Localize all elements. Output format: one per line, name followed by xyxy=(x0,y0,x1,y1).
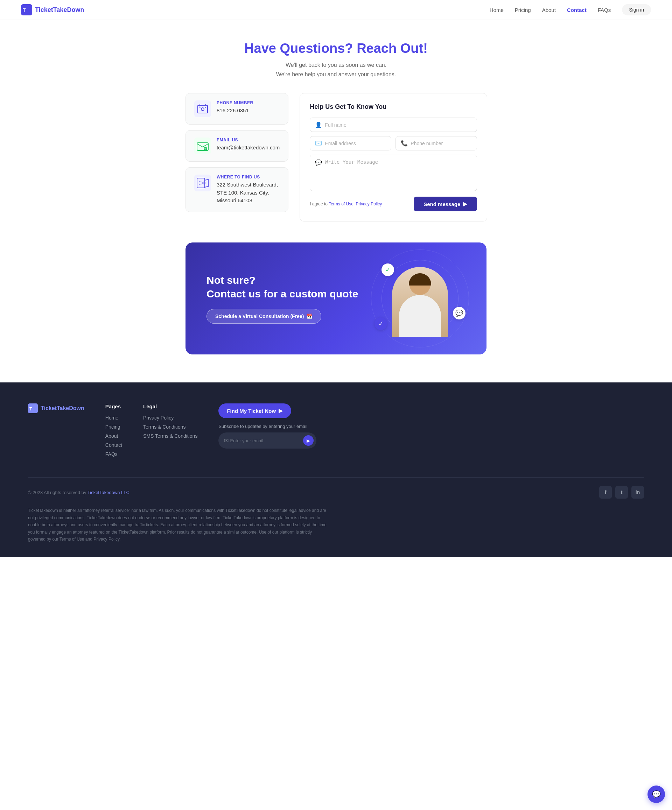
cta-banner: Not sure? Contact us for a custom quote … xyxy=(186,243,486,354)
phone-card-value: 816.226.0351 xyxy=(217,107,253,115)
email-subscribe-input[interactable] xyxy=(230,438,303,443)
cta-heading: Not sure? Contact us for a custom quote xyxy=(206,273,371,300)
footer-link-about[interactable]: About xyxy=(105,433,122,439)
footer-privacy-policy[interactable]: Privacy Policy xyxy=(143,415,198,420)
hero-heading: Have Questions? Reach Out! xyxy=(7,41,665,56)
contact-section: PHONE NUMBER 816.226.0351 EMAIL US team@… xyxy=(179,93,493,221)
send-button[interactable]: Send message ▶ xyxy=(414,197,477,211)
cta-wrapper: Not sure? Contact us for a custom quote … xyxy=(179,243,493,354)
full-name-row: 👤 xyxy=(310,118,477,132)
social-icons: f t in xyxy=(599,486,644,499)
copyright-text: © 2023 All rights reserved by TicketTake… xyxy=(28,490,130,495)
calendar-icon: 📅 xyxy=(307,314,312,319)
cta-button[interactable]: Schedule a Virtual Consultation (Free) 📅 xyxy=(206,309,321,324)
message-icon: 💬 xyxy=(315,159,322,166)
person-body xyxy=(399,295,441,337)
send-arrow-icon: ▶ xyxy=(463,201,467,207)
footer-pages-col: Pages Home Pricing About Contact FAQs xyxy=(105,403,122,461)
person-hair xyxy=(409,273,431,285)
email-subscribe-icon: ✉ xyxy=(224,437,228,444)
person-figure xyxy=(392,267,448,337)
email-card-icon xyxy=(194,138,211,154)
message-row: 💬 xyxy=(310,155,477,191)
footer-disclaimer: TicketTakedown is neither an "attorney r… xyxy=(28,507,329,543)
nav-faqs[interactable]: FAQs xyxy=(598,7,611,13)
logo-text: TicketTakeDown xyxy=(35,6,84,14)
phone-card-icon xyxy=(194,100,211,117)
footer-legal-col: Legal Privacy Policy Terms & Conditions … xyxy=(143,403,198,461)
terms-link[interactable]: Terms of Use, Privacy Policy xyxy=(329,202,382,206)
email-subscribe-button[interactable]: ▶ xyxy=(303,435,314,446)
full-name-input[interactable] xyxy=(325,122,472,128)
contact-cards: PHONE NUMBER 816.226.0351 EMAIL US team@… xyxy=(186,93,289,221)
footer-logo-icon: T xyxy=(28,403,38,413)
footer-logo-text: TicketTakeDown xyxy=(41,405,84,412)
message-input[interactable] xyxy=(325,159,472,187)
svg-text:T: T xyxy=(29,406,32,412)
phone-field: 📞 xyxy=(395,136,477,150)
footer-top: T TicketTakeDown Pages Home Pricing Abou… xyxy=(28,403,644,461)
phone-icon: 📞 xyxy=(401,140,408,147)
footer: T TicketTakeDown Pages Home Pricing Abou… xyxy=(0,382,672,557)
email-card: EMAIL US team@tickettakedown.com xyxy=(186,130,289,162)
email-field: ✉️ xyxy=(310,136,391,150)
email-card-value: team@tickettakedown.com xyxy=(217,144,280,152)
footer-logo: T TicketTakeDown xyxy=(28,403,84,461)
form-title: Help Us Get To Know You xyxy=(310,103,477,111)
footer-pages-heading: Pages xyxy=(105,403,122,409)
facebook-button[interactable]: f xyxy=(599,486,612,499)
footer-bottom: © 2023 All rights reserved by TicketTake… xyxy=(28,477,644,499)
agree-text: I agree to Terms of Use, Privacy Policy xyxy=(310,202,382,206)
nav-links: Home Pricing About Contact FAQs Sign in xyxy=(490,4,651,15)
form-footer: I agree to Terms of Use, Privacy Policy … xyxy=(310,197,477,211)
svg-text:T: T xyxy=(23,7,26,13)
footer-link-pricing[interactable]: Pricing xyxy=(105,424,122,430)
location-card-label: WHERE TO FIND US xyxy=(217,175,280,179)
user-icon: 👤 xyxy=(315,122,322,128)
footer-link-home[interactable]: Home xyxy=(105,415,122,420)
find-arrow-icon: ▶ xyxy=(279,408,283,414)
phone-card: PHONE NUMBER 816.226.0351 xyxy=(186,93,289,125)
phone-input[interactable] xyxy=(410,141,472,146)
subscribe-text: Subscribe to updates by entering your em… xyxy=(218,424,644,429)
phone-card-label: PHONE NUMBER xyxy=(217,100,253,105)
footer-sms-terms[interactable]: SMS Terms & Conditions xyxy=(143,433,198,439)
email-subscribe-row: ✉ ▶ xyxy=(218,432,316,449)
logo-link[interactable]: T TicketTakeDown xyxy=(21,4,84,15)
email-input[interactable] xyxy=(325,141,386,146)
nav-home[interactable]: Home xyxy=(490,7,504,13)
footer-right-col: Find My Ticket Now ▶ Subscribe to update… xyxy=(218,403,644,461)
footer-company-link[interactable]: TicketTakedown LLC xyxy=(88,490,130,495)
location-card: WHERE TO FIND US 322 Southwest Boulevard… xyxy=(186,167,289,212)
nav-contact[interactable]: Contact xyxy=(567,7,587,13)
nav-about[interactable]: About xyxy=(542,7,556,13)
location-card-icon xyxy=(194,175,211,191)
message-field: 💬 xyxy=(310,155,477,191)
email-card-label: EMAIL US xyxy=(217,138,280,142)
cta-content: Not sure? Contact us for a custom quote … xyxy=(206,273,371,324)
find-ticket-button[interactable]: Find My Ticket Now ▶ xyxy=(218,403,291,418)
navbar: T TicketTakeDown Home Pricing About Cont… xyxy=(0,0,672,20)
location-card-value: 322 Southwest Boulevard, STE 100, Kansas… xyxy=(217,181,280,205)
footer-legal-heading: Legal xyxy=(143,403,198,409)
signin-button[interactable]: Sign in xyxy=(622,4,651,15)
linkedin-button[interactable]: in xyxy=(631,486,644,499)
contact-form: Help Us Get To Know You 👤 ✉️ 📞 💬 xyxy=(300,93,487,221)
nav-pricing[interactable]: Pricing xyxy=(515,7,531,13)
footer-link-contact[interactable]: Contact xyxy=(105,442,122,448)
logo-icon: T xyxy=(21,4,32,15)
full-name-field: 👤 xyxy=(310,118,477,132)
email-phone-row: ✉️ 📞 xyxy=(310,136,477,150)
hero-section: Have Questions? Reach Out! We'll get bac… xyxy=(0,20,672,93)
twitter-button[interactable]: t xyxy=(615,486,628,499)
hero-subtext: We'll get back to you as soon as we can.… xyxy=(7,60,665,79)
svg-rect-2 xyxy=(194,100,211,117)
cta-image-area: ✓ ✓ 💬 xyxy=(371,260,469,337)
email-icon: ✉️ xyxy=(315,140,322,147)
footer-terms-conditions[interactable]: Terms & Conditions xyxy=(143,424,198,430)
footer-link-faqs[interactable]: FAQs xyxy=(105,451,122,457)
